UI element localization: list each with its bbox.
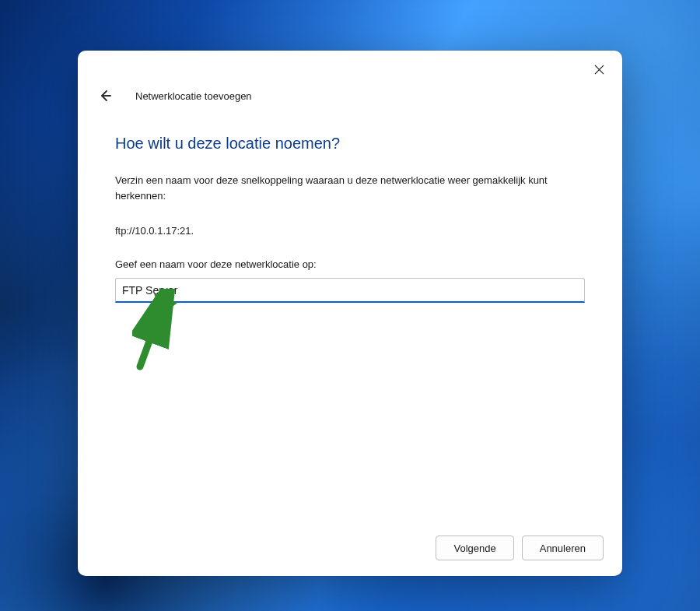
dialog-footer: Volgende Annuleren	[78, 522, 622, 576]
arrow-left-icon	[99, 90, 111, 102]
back-button[interactable]	[96, 87, 114, 104]
wizard-dialog: Netwerklocatie toevoegen Hoe wilt u deze…	[78, 51, 622, 576]
address-text: ftp://10.0.1.17:21.	[115, 225, 585, 237]
svg-line-4	[140, 303, 163, 367]
wizard-title: Netwerklocatie toevoegen	[135, 90, 252, 102]
dialog-content: Hoe wilt u deze locatie noemen? Verzin e…	[78, 110, 622, 522]
instruction-text: Verzin een naam voor deze snelkoppeling …	[115, 173, 585, 203]
location-name-input[interactable]	[115, 278, 585, 303]
close-icon	[594, 65, 604, 75]
dialog-header: Netwerklocatie toevoegen	[78, 82, 622, 110]
cancel-button[interactable]: Annuleren	[522, 536, 604, 560]
annotation-arrow-icon	[132, 289, 179, 374]
input-label: Geef een naam voor deze netwerklocatie o…	[115, 258, 585, 270]
titlebar	[78, 51, 622, 82]
page-heading: Hoe wilt u deze locatie noemen?	[115, 135, 585, 153]
next-button[interactable]: Volgende	[436, 536, 513, 560]
close-button[interactable]	[586, 58, 611, 80]
